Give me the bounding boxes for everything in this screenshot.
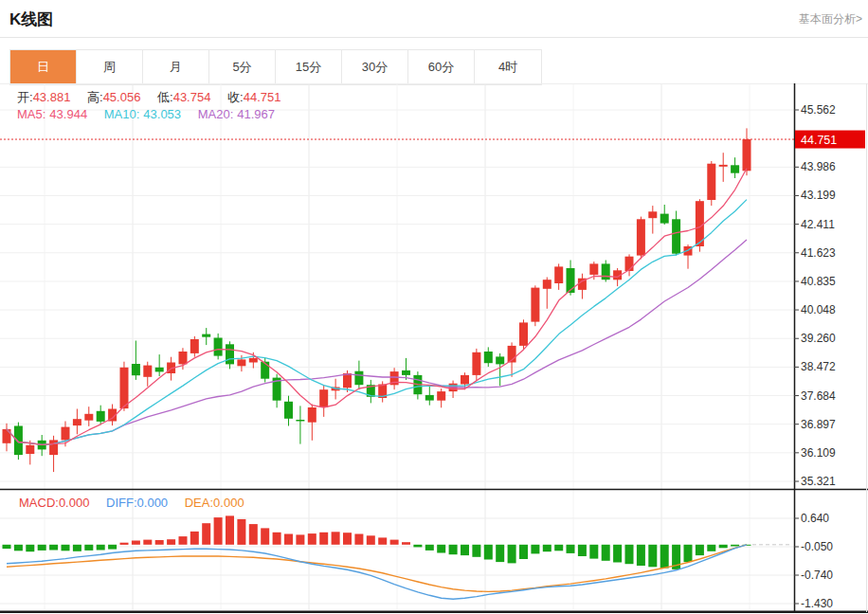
ma5-value: 43.944 xyxy=(49,107,87,121)
ohlc-readout: 开:43.881 高:45.056 低:43.754 收:44.751 xyxy=(17,89,294,106)
ma20-value: 41.967 xyxy=(237,107,275,121)
ma-readout: MA5:43.944 MA10:43.053 MA20:41.967 xyxy=(17,107,288,121)
price-tick-label: 37.684 xyxy=(801,389,836,403)
price-tick-label: 36.109 xyxy=(801,446,836,460)
ma5-line xyxy=(7,169,747,445)
candles-layer xyxy=(3,128,751,472)
price-tick-label: 41.623 xyxy=(801,246,836,260)
macd-tick-label: -1.430 xyxy=(801,597,833,610)
macd-value: 0.000 xyxy=(59,496,90,510)
price-tick-label: 45.562 xyxy=(801,103,836,117)
dea-value: 0.000 xyxy=(213,496,244,510)
ma10-label: MA10: xyxy=(104,107,140,121)
price-tick-label: 39.260 xyxy=(801,332,836,345)
ma10-value: 43.053 xyxy=(143,107,181,121)
ma20-line xyxy=(7,240,747,444)
price-tick-label: 42.411 xyxy=(801,218,835,231)
ma5-label: MA5: xyxy=(17,107,45,121)
macd-label: MACD: xyxy=(19,496,59,510)
price-tick-label: 43.199 xyxy=(801,189,836,202)
low-label: 低: xyxy=(157,90,173,104)
macd-histogram xyxy=(3,515,751,569)
low-value: 43.754 xyxy=(173,90,211,104)
macd-readout: MACD:0.000 DIFF:0.000 DEA:0.000 xyxy=(19,496,258,510)
open-label: 开: xyxy=(17,90,33,104)
dea-label: DEA: xyxy=(185,496,213,510)
close-value: 44.751 xyxy=(244,90,281,104)
price-tick-label: 43.986 xyxy=(801,160,836,173)
close-label: 收: xyxy=(227,90,244,104)
high-label: 高: xyxy=(87,90,103,104)
macd-tick-label: -0.740 xyxy=(801,569,833,582)
ma20-label: MA20: xyxy=(198,107,234,121)
ma10-line xyxy=(7,200,747,445)
kline-page: K线图 基本面分析> 日周月5分15分30分60分4时 45.56243.986… xyxy=(0,0,868,614)
price-tick-label: 40.835 xyxy=(801,275,836,288)
price-tick-label: 35.321 xyxy=(801,475,836,488)
macd-tick-label: 0.640 xyxy=(801,512,829,525)
price-tick-label: 38.472 xyxy=(801,360,836,373)
diff-label: DIFF: xyxy=(106,496,137,510)
price-tag-value: 44.751 xyxy=(801,134,837,147)
price-tick-label: 40.048 xyxy=(801,303,836,316)
open-value: 43.881 xyxy=(33,90,71,104)
high-value: 45.056 xyxy=(103,90,141,104)
diff-value: 0.000 xyxy=(137,496,169,510)
price-tick-label: 36.897 xyxy=(801,418,836,431)
macd-tick-label: -0.050 xyxy=(801,540,833,553)
